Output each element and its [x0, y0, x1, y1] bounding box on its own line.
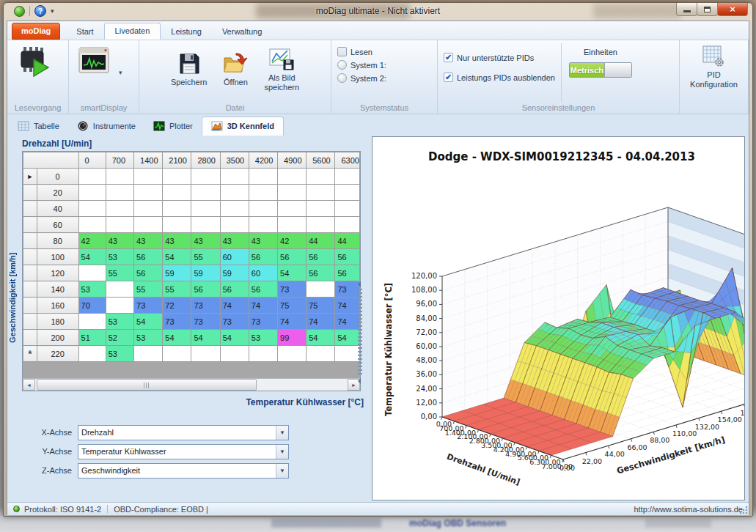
grid-cell[interactable]: [307, 185, 335, 201]
grid-cell[interactable]: [278, 201, 307, 217]
row-header[interactable]: 160: [37, 298, 78, 314]
grid-cell[interactable]: 52: [106, 330, 133, 346]
grid-cell[interactable]: [249, 169, 277, 185]
lesen-checkbox[interactable]: [337, 47, 347, 56]
grid-cell[interactable]: [249, 201, 277, 217]
grid-cell[interactable]: 74: [249, 298, 277, 314]
grid-cell[interactable]: 53: [106, 346, 133, 362]
grid-cell[interactable]: [191, 201, 220, 217]
grid-cell[interactable]: [106, 217, 133, 233]
row-header[interactable]: 180: [37, 314, 78, 330]
grid-cell[interactable]: 55: [106, 265, 133, 281]
grid-cell[interactable]: 43: [163, 233, 191, 249]
grid-cell[interactable]: [335, 217, 360, 233]
grid-cell[interactable]: [307, 217, 335, 233]
grid-cell[interactable]: [163, 169, 191, 185]
unit-toggle[interactable]: Metrisch: [569, 62, 632, 78]
grid-cell[interactable]: 56: [335, 265, 360, 281]
grid-cell[interactable]: 75: [307, 298, 335, 314]
grid-cell[interactable]: 43: [249, 233, 277, 249]
row-header[interactable]: 60: [37, 217, 78, 233]
tab-3d-kennfeld[interactable]: 3D Kennfeld: [202, 117, 284, 136]
tab-tabelle[interactable]: Tabelle: [9, 117, 68, 136]
grid-cell[interactable]: 56: [134, 265, 163, 281]
combobox-dropdown-icon[interactable]: ▼: [276, 464, 288, 478]
grid-cell[interactable]: 53: [78, 281, 106, 298]
grid-cell[interactable]: [335, 169, 360, 185]
grid-cell[interactable]: 54: [163, 330, 191, 346]
resize-grip[interactable]: [739, 506, 748, 514]
grid-cell[interactable]: 54: [307, 330, 335, 346]
grid-cell[interactable]: 56: [191, 281, 220, 298]
row-header[interactable]: 20: [37, 185, 78, 201]
grid-cell[interactable]: [249, 217, 277, 233]
grid-cell[interactable]: [134, 185, 163, 201]
row-header[interactable]: 200: [37, 330, 78, 346]
grid-cell[interactable]: [134, 346, 163, 362]
vendor-link[interactable]: http://www.sotima-solutions.de: [634, 505, 743, 514]
grid-cell[interactable]: 60: [220, 249, 249, 265]
grid-cell[interactable]: 55: [163, 281, 191, 298]
grid-cell[interactable]: 56: [134, 249, 163, 265]
grid-cell[interactable]: 99: [278, 330, 307, 346]
grid-cell[interactable]: [220, 217, 249, 233]
grid-cell[interactable]: [191, 185, 220, 201]
grid-cell[interactable]: 59: [191, 265, 220, 281]
grid-cell[interactable]: [278, 185, 307, 201]
tab-instrumente[interactable]: Instrumente: [68, 117, 144, 136]
column-header[interactable]: 2800: [191, 152, 220, 169]
row-header[interactable]: 120: [37, 265, 78, 281]
z-axis-combobox[interactable]: Geschwindigkeit▼: [78, 463, 289, 479]
grid-cell[interactable]: [278, 346, 307, 362]
grid-cell[interactable]: 73: [163, 314, 191, 330]
grid-cell[interactable]: 56: [278, 249, 307, 265]
pid-konfiguration-button[interactable]: PID Konfiguration: [686, 43, 742, 90]
column-header[interactable]: 0: [78, 152, 106, 169]
ribbon-tab-livedaten[interactable]: Livedaten: [104, 23, 161, 40]
grid-cell[interactable]: [191, 346, 220, 362]
grid-cell[interactable]: 70: [78, 298, 106, 314]
grid-cell[interactable]: [163, 185, 191, 201]
grid-cell[interactable]: 54: [335, 330, 360, 346]
grid-cell[interactable]: [163, 217, 191, 233]
grid-cell[interactable]: [307, 201, 335, 217]
minimize-button[interactable]: [676, 3, 697, 16]
grid-cell[interactable]: 43: [106, 233, 133, 249]
grid-cell[interactable]: [78, 265, 106, 281]
grid-cell[interactable]: 53: [134, 330, 163, 346]
ribbon-tab-start[interactable]: Start: [66, 24, 103, 40]
grid-cell[interactable]: 59: [220, 265, 249, 281]
combobox-dropdown-icon[interactable]: ▼: [276, 445, 288, 459]
grid-cell[interactable]: [220, 201, 249, 217]
speichern-button[interactable]: Speichern: [166, 46, 212, 93]
row-header[interactable]: 0: [37, 169, 78, 185]
grid-cell[interactable]: 73: [191, 314, 220, 330]
grid-cell[interactable]: 42: [278, 233, 307, 249]
grid-cell[interactable]: [163, 346, 191, 362]
combobox-dropdown-icon[interactable]: ▼: [276, 426, 288, 440]
column-header[interactable]: 6300: [335, 152, 360, 169]
grid-cell[interactable]: 53: [249, 330, 277, 346]
smartdisplay-dropdown-caret-icon[interactable]: ▾: [119, 69, 122, 76]
grid-cell[interactable]: [335, 185, 360, 201]
titlebar[interactable]: ? ▾ moDiag ultimate - Nicht aktiviert ×: [7, 3, 749, 21]
grid-cell[interactable]: [78, 314, 106, 330]
grid-cell[interactable]: [220, 346, 249, 362]
column-header[interactable]: 2100: [163, 152, 191, 169]
grid-cell[interactable]: [106, 169, 133, 185]
grid-cell[interactable]: [78, 217, 106, 233]
ribbon-tab-modiag[interactable]: moDiag: [12, 23, 60, 40]
column-header[interactable]: 1400: [134, 152, 163, 169]
system2-radio[interactable]: [337, 73, 347, 83]
grid-cell[interactable]: [307, 281, 335, 298]
grid-cell[interactable]: 56: [249, 281, 277, 298]
scrollbar-thumb[interactable]: [37, 379, 257, 391]
grid-cell[interactable]: 73: [220, 314, 249, 330]
grid-cell[interactable]: 72: [163, 298, 191, 314]
grid-cell[interactable]: 54: [191, 330, 220, 346]
column-header[interactable]: 4200: [249, 152, 277, 169]
row-header[interactable]: 140: [37, 281, 78, 298]
grid-cell[interactable]: 42: [78, 233, 106, 249]
grid-cell[interactable]: 74: [278, 314, 307, 330]
nur-unterstuetzte-pids-checkbox[interactable]: ✔: [444, 53, 453, 62]
